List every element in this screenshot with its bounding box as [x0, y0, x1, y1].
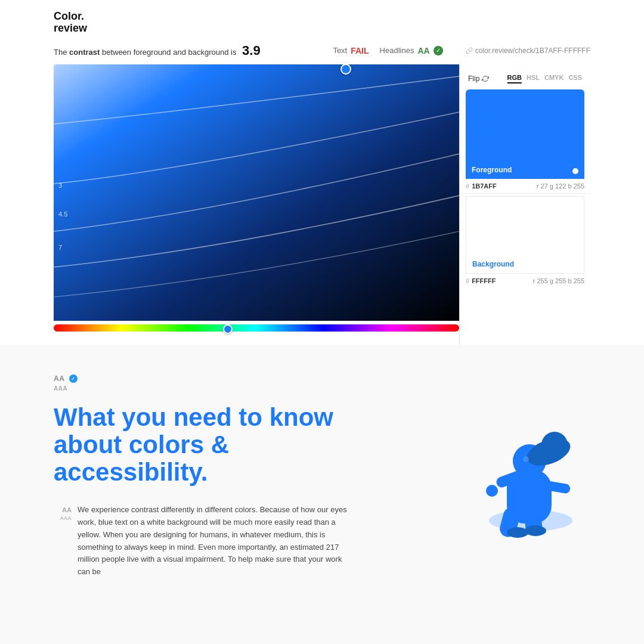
accessibility-labels: AA ✓ AAA [54, 374, 435, 392]
hash-symbol: # [466, 182, 469, 190]
right-panel: Flip RGB HSL CMYK CSS Foreground [459, 64, 590, 345]
background-hex-input[interactable] [472, 277, 504, 284]
flip-label: Flip [468, 75, 479, 83]
canvas-area[interactable]: 3 4.5 7 [54, 64, 459, 345]
article-headline: What you need to know about colors & acc… [54, 404, 352, 487]
aaa-label: AAA [54, 385, 67, 392]
text-result: FAIL [351, 46, 369, 55]
headlines-label: Headlines [380, 46, 414, 55]
tab-cmyk[interactable]: CMYK [544, 74, 564, 83]
tab-hsl[interactable]: HSL [527, 74, 540, 83]
hue-slider[interactable] [54, 324, 459, 335]
illustration-area [459, 374, 590, 544]
text-badge: Text FAIL [333, 46, 369, 55]
logo: Color. review [54, 11, 87, 35]
article-content: AA ✓ AAA What you need to know about col… [54, 374, 435, 578]
aa-row: AA ✓ [54, 374, 435, 383]
svg-point-11 [525, 525, 546, 536]
label-45: 4.5 [58, 210, 67, 218]
gradient-canvas[interactable]: 3 4.5 7 [54, 64, 459, 321]
flip-button[interactable]: Flip [468, 75, 489, 83]
color-mode-tabs: RGB HSL CMYK CSS [507, 74, 582, 83]
bg-hash-symbol: # [466, 277, 469, 284]
svg-point-12 [523, 456, 529, 462]
svg-point-10 [507, 527, 528, 538]
headlines-badge: Headlines AA ✓ [380, 46, 443, 55]
check-icon: ✓ [434, 46, 443, 55]
hue-thumb[interactable] [223, 324, 233, 334]
aa-check-icon: ✓ [69, 374, 78, 383]
foreground-hex-input[interactable] [472, 182, 504, 190]
foreground-label: Foreground [472, 166, 512, 174]
panel-header: Flip RGB HSL CMYK CSS [460, 70, 590, 89]
refresh-icon [482, 75, 489, 82]
url-link[interactable]: color.review/check/1B7AFF-FFFFFF [466, 47, 590, 55]
contrast-description: The contrast between foreground and back… [54, 43, 261, 58]
bottom-content: AA ✓ AAA What you need to know about col… [0, 345, 644, 644]
contrast-lines-svg [54, 64, 459, 321]
person-illustration [459, 374, 590, 541]
body-labels: AA AAA [54, 506, 72, 521]
url-text: color.review/check/1B7AFF-FFFFFF [475, 47, 590, 55]
contrast-bar: The contrast between foreground and back… [54, 41, 590, 64]
logo-area: Color. review [54, 11, 590, 35]
main-tool: 3 4.5 7 Flip RGB [0, 64, 644, 345]
label-3: 3 [58, 182, 62, 189]
link-icon [466, 47, 473, 54]
background-label: Background [472, 260, 514, 268]
text-label: Text [333, 46, 347, 55]
body-aa-label: AA [62, 506, 72, 513]
background-swatch[interactable]: Background [466, 196, 584, 274]
article-body: We experience contrast differently in di… [78, 504, 352, 578]
foreground-swatch[interactable]: Foreground [466, 89, 584, 179]
foreground-dot [572, 168, 578, 174]
tab-css[interactable]: CSS [568, 74, 582, 83]
svg-point-4 [541, 432, 568, 458]
svg-point-8 [486, 485, 498, 497]
background-rgb: r 255 g 255 b 255 [533, 277, 584, 284]
top-section: Color. review The contrast between foreg… [0, 0, 644, 64]
aaa-row: AAA [54, 385, 435, 392]
background-input-row: # r 255 g 255 b 255 [460, 274, 590, 288]
foreground-rgb: r 27 g 122 b 255 [537, 182, 584, 190]
tab-rgb[interactable]: RGB [507, 74, 522, 83]
body-row: AA AAA We experience contrast differentl… [54, 504, 435, 578]
hue-track[interactable] [54, 324, 459, 332]
contrast-value: 3.9 [242, 43, 261, 58]
label-7: 7 [58, 244, 62, 251]
app-container: Color. review The contrast between foreg… [0, 0, 644, 644]
foreground-input-row: # r 27 g 122 b 255 [460, 179, 590, 194]
badge-group: Text FAIL Headlines AA ✓ color.review/ch… [333, 46, 590, 55]
headlines-result: AA [417, 46, 429, 55]
aa-label: AA [54, 374, 64, 383]
body-aaa-label: AAA [60, 515, 72, 521]
